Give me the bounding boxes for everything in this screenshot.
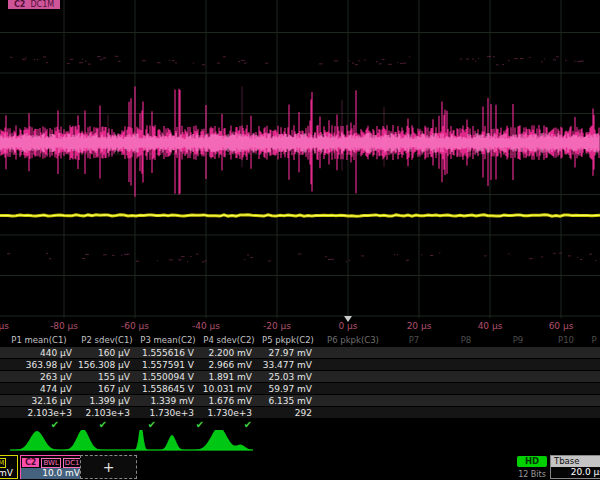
waveform-canvas[interactable] [0, 0, 600, 318]
measurement-header[interactable]: P6 pkpk(C3) [318, 335, 388, 345]
time-tick-label: -60 µs [121, 321, 149, 331]
measurement-header[interactable]: P3 mean(C2) [136, 335, 200, 345]
timebase-descriptor[interactable]: Tbase 20.0 µs [550, 455, 600, 479]
measurement-cell: 2.103e+3 [0, 408, 78, 418]
measurement-histicons[interactable] [0, 430, 600, 456]
measurement-cell: 167 µV [78, 384, 136, 394]
measurement-header[interactable]: P1 mean(C1) [0, 335, 78, 345]
measurement-cell: 1.558645 V [136, 384, 200, 394]
measurement-cell: 10.031 mV [200, 384, 258, 394]
measurement-cell: 155 µV [78, 372, 136, 382]
descriptor-bar: C1 DC1M 10.0 mV C2 BWL DC1M 10.0 mV + HD… [0, 455, 600, 480]
channel-descriptor-c2[interactable]: C2 BWL DC1M 10.0 mV [20, 455, 85, 479]
trace-label-badge[interactable]: C2 DC1M [8, 0, 60, 9]
c2-extremes-dots [7, 56, 596, 261]
measurement-cell: 1.555616 V [136, 348, 200, 358]
time-tick-label: -20 µs [263, 321, 291, 331]
measurement-cell: 2.103e+3 [78, 408, 136, 418]
measurement-cell: 27.97 mV [258, 348, 318, 358]
waveform-grid[interactable]: C2 DC1M [0, 0, 600, 318]
measurement-cell: 33.477 mV [258, 360, 318, 370]
measurement-cell: 156.308 µV [78, 360, 136, 370]
trace-badge-label: C2 [14, 0, 25, 9]
measurement-cell: 25.03 mV [258, 372, 318, 382]
measurement-cell: 263 µV [0, 372, 78, 382]
oscilloscope-screen: C2 DC1M -100 µs-80 µs-60 µs-40 µs-20 µs0… [0, 0, 600, 480]
measurement-header[interactable]: P [588, 335, 600, 345]
measurement-cell: 474 µV [0, 384, 78, 394]
measurement-cell: 1.550094 V [136, 372, 200, 382]
time-axis: -100 µs-80 µs-60 µs-40 µs-20 µs0 µs20 µs… [0, 318, 600, 334]
time-tick-label: -80 µs [50, 321, 78, 331]
measurement-header[interactable]: P8 [440, 335, 492, 345]
measurement-cell: 440 µV [0, 348, 78, 358]
measurement-cell: 292 [258, 408, 318, 418]
measurement-header-row: P1 mean(C1)P2 sdev(C1)P3 mean(C2)P4 sdev… [0, 334, 600, 347]
hd-mode-badge[interactable]: HD [517, 456, 547, 467]
hd-bits-label: 12 Bits [510, 470, 554, 479]
time-tick-label: 0 µs [338, 321, 357, 331]
add-trace-button[interactable]: + [80, 455, 137, 479]
measurement-cell: 1.557591 V [136, 360, 200, 370]
measurement-cell: 363.98 µV [0, 360, 78, 370]
measurement-cell: 1.730e+3 [136, 408, 200, 418]
measurement-row: 2.103e+32.103e+31.730e+31.730e+3292 [0, 407, 600, 419]
measurement-row: 263 µV155 µV1.550094 V1.891 mV25.03 mV [0, 371, 600, 383]
channel-descriptor-c1[interactable]: C1 DC1M 10.0 mV [0, 455, 18, 479]
c2-bwl-tag: BWL [41, 458, 60, 468]
measurement-cell: 1.891 mV [200, 372, 258, 382]
histicon-shape [10, 430, 253, 450]
time-tick-label: 40 µs [478, 321, 503, 331]
measurement-table[interactable]: P1 mean(C1)P2 sdev(C1)P3 mean(C2)P4 sdev… [0, 334, 600, 419]
measurement-cell: 1.730e+3 [200, 408, 258, 418]
measurement-cell: 2.966 mV [200, 360, 258, 370]
trigger-position-marker[interactable] [344, 316, 352, 322]
time-tick-label: 20 µs [407, 321, 432, 331]
measurement-cell: 6.135 mV [258, 396, 318, 406]
measurement-header[interactable]: P10 [544, 335, 588, 345]
timebase-per-div: 20.0 µs [551, 467, 600, 478]
measurement-header[interactable]: P7 [388, 335, 440, 345]
c2-volts-per-div: 10.0 mV [21, 468, 84, 479]
measurement-cell: 1.399 µV [78, 396, 136, 406]
measurement-row: 440 µV160 µV1.555616 V2.200 mV27.97 mV [0, 347, 600, 359]
c1-volts-per-div: 10.0 mV [0, 468, 17, 479]
timebase-title: Tbase [551, 456, 600, 467]
measurement-cell: 59.97 mV [258, 384, 318, 394]
measurement-header[interactable]: P4 sdev(C2) [200, 335, 258, 345]
measurement-cell: 1.676 mV [200, 396, 258, 406]
measurement-header[interactable]: P2 sdev(C1) [78, 335, 136, 345]
time-tick-label: -100 µs [0, 321, 9, 331]
measurement-cell: 160 µV [78, 348, 136, 358]
measurement-row: 32.16 µV1.399 µV1.339 mV1.676 mV6.135 mV [0, 395, 600, 407]
measurement-header[interactable]: P5 pkpk(C2) [258, 335, 318, 345]
time-tick-label: -40 µs [192, 321, 220, 331]
measurement-header[interactable]: P9 [492, 335, 544, 345]
measurement-row: 474 µV167 µV1.558645 V10.031 mV59.97 mV [0, 383, 600, 395]
time-tick-label: 60 µs [549, 321, 574, 331]
trace-badge-tag: DC1M [30, 0, 54, 9]
measurement-cell: 2.200 mV [200, 348, 258, 358]
measurement-row: 363.98 µV156.308 µV1.557591 V2.966 mV33.… [0, 359, 600, 371]
measurement-cell: 32.16 µV [0, 396, 78, 406]
c2-badge: C2 [22, 458, 39, 467]
measurement-cell: 1.339 mV [136, 396, 200, 406]
c1-coupling-tag: DC1M [0, 458, 6, 468]
